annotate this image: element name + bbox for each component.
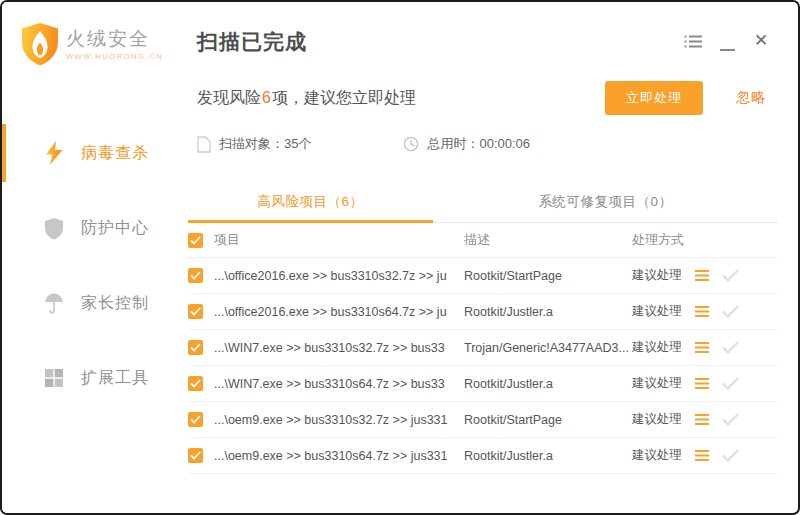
minimize-icon bbox=[720, 49, 735, 51]
document-icon bbox=[197, 136, 211, 153]
action-label: 建议处理 bbox=[632, 339, 682, 356]
table-row: ...\office2016.exe >> bus3310s64.7z >> j… bbox=[188, 294, 778, 330]
confirm-check-icon[interactable] bbox=[722, 269, 739, 282]
action-menu-icon[interactable] bbox=[695, 306, 709, 317]
umbrella-icon bbox=[42, 292, 66, 315]
scan-stats: 扫描对象：35个 总用时：00:00:06 bbox=[197, 135, 778, 153]
shield-icon bbox=[42, 217, 66, 240]
confirm-check-icon[interactable] bbox=[722, 341, 739, 354]
threat-path: ...\WIN7.exe >> bus3310s32.7z >> bus33 bbox=[214, 341, 464, 355]
threat-action-cell: 建议处理 bbox=[632, 339, 778, 356]
sidebar-item-virus-scan[interactable]: 病毒查杀 bbox=[2, 123, 172, 183]
action-label: 建议处理 bbox=[632, 447, 682, 464]
lightning-icon bbox=[42, 141, 66, 165]
row-checkbox[interactable] bbox=[188, 376, 203, 391]
risk-summary: 发现风险6项，建议您立即处理 bbox=[197, 88, 416, 109]
sidebar-item-label: 扩展工具 bbox=[81, 368, 149, 389]
main-menu-button[interactable] bbox=[684, 32, 702, 50]
confirm-check-icon[interactable] bbox=[722, 305, 739, 318]
active-indicator bbox=[2, 124, 6, 182]
action-label: 建议处理 bbox=[632, 375, 682, 392]
action-menu-icon[interactable] bbox=[695, 450, 709, 461]
action-label: 建议处理 bbox=[632, 411, 682, 428]
sidebar-item-parental-control[interactable]: 家长控制 bbox=[2, 273, 172, 333]
tab-system-repairable-items[interactable]: 系统可修复项目（0） bbox=[433, 181, 778, 222]
threat-action-cell: 建议处理 bbox=[632, 375, 778, 392]
summary-row: 发现风险6项，建议您立即处理 立即处理 忽略 bbox=[197, 81, 778, 115]
threat-path: ...\oem9.exe >> bus3310s32.7z >> jus331 bbox=[214, 413, 464, 427]
sidebar-item-protection-center[interactable]: 防护中心 bbox=[2, 198, 172, 258]
action-menu-icon[interactable] bbox=[695, 270, 709, 281]
action-label: 建议处理 bbox=[632, 303, 682, 320]
tab-high-risk-items[interactable]: 高风险项目（6） bbox=[188, 181, 433, 222]
app-window: ✕ 火绒安全 WWW.HUORONG.CN bbox=[0, 0, 800, 515]
sidebar-nav: 病毒查杀 防护中心 家长控制 bbox=[2, 123, 172, 408]
sidebar-item-label: 病毒查杀 bbox=[81, 143, 149, 164]
risk-summary-suffix: 项，建议您立即处理 bbox=[272, 89, 416, 106]
scan-duration-label: 总用时：00:00:06 bbox=[427, 135, 530, 153]
row-checkbox[interactable] bbox=[188, 340, 203, 355]
close-icon: ✕ bbox=[754, 32, 768, 50]
threat-path: ...\oem9.exe >> bus3310s64.7z >> jus331 bbox=[214, 449, 464, 463]
app-logo: 火绒安全 WWW.HUORONG.CN bbox=[2, 2, 172, 67]
table-row: ...\oem9.exe >> bus3310s32.7z >> jus331 … bbox=[188, 402, 778, 438]
logo-text: 火绒安全 WWW.HUORONG.CN bbox=[66, 28, 163, 61]
threat-path: ...\office2016.exe >> bus3310s64.7z >> j… bbox=[214, 305, 464, 319]
huorong-shield-flame-icon bbox=[20, 22, 60, 67]
column-header-description: 描述 bbox=[464, 231, 632, 249]
risk-summary-prefix: 发现风险 bbox=[197, 89, 261, 106]
grid-icon bbox=[42, 368, 66, 388]
action-menu-icon[interactable] bbox=[695, 378, 709, 389]
row-checkbox[interactable] bbox=[188, 304, 203, 319]
scan-objects-stat: 扫描对象：35个 bbox=[197, 135, 311, 153]
result-tabs: 高风险项目（6） 系统可修复项目（0） bbox=[188, 181, 778, 223]
risk-count: 6 bbox=[261, 89, 272, 106]
row-checkbox[interactable] bbox=[188, 448, 203, 463]
threat-description: Trojan/Generic!A3477AAD3... bbox=[464, 341, 632, 355]
threat-description: Rootkit/Justler.a bbox=[464, 305, 632, 319]
table-row: ...\oem9.exe >> bus3310s64.7z >> jus331 … bbox=[188, 438, 778, 474]
ignore-link[interactable]: 忽略 bbox=[736, 89, 766, 107]
threat-description: Rootkit/Justler.a bbox=[464, 377, 632, 391]
confirm-check-icon[interactable] bbox=[722, 449, 739, 462]
table-row: ...\WIN7.exe >> bus3310s64.7z >> bus33 R… bbox=[188, 366, 778, 402]
logo-url: WWW.HUORONG.CN bbox=[66, 52, 163, 61]
confirm-check-icon[interactable] bbox=[722, 377, 739, 390]
row-checkbox[interactable] bbox=[188, 268, 203, 283]
column-header-item: 项目 bbox=[214, 231, 464, 249]
confirm-check-icon[interactable] bbox=[722, 413, 739, 426]
action-menu-icon[interactable] bbox=[695, 414, 709, 425]
threat-description: Rootkit/StartPage bbox=[464, 413, 632, 427]
window-controls: ✕ bbox=[684, 32, 770, 59]
minimize-button[interactable] bbox=[718, 41, 736, 59]
close-button[interactable]: ✕ bbox=[752, 32, 770, 50]
summary-actions: 立即处理 忽略 bbox=[605, 81, 778, 115]
menu-list-icon bbox=[684, 34, 702, 49]
threat-action-cell: 建议处理 bbox=[632, 411, 778, 428]
threat-description: Rootkit/StartPage bbox=[464, 269, 632, 283]
sidebar-item-label: 家长控制 bbox=[81, 293, 149, 314]
select-all-checkbox[interactable] bbox=[188, 233, 203, 248]
threat-description: Rootkit/Justler.a bbox=[464, 449, 632, 463]
clock-icon bbox=[403, 136, 419, 152]
scan-objects-label: 扫描对象：35个 bbox=[219, 135, 311, 153]
main-content: 扫描已完成 发现风险6项，建议您立即处理 立即处理 忽略 扫描对象：35个 bbox=[172, 2, 798, 513]
threat-path: ...\office2016.exe >> bus3310s32.7z >> j… bbox=[214, 269, 464, 283]
column-header-action: 处理方式 bbox=[632, 231, 778, 249]
scan-duration-stat: 总用时：00:00:06 bbox=[403, 135, 530, 153]
logo-title: 火绒安全 bbox=[66, 28, 163, 50]
table-row: ...\WIN7.exe >> bus3310s32.7z >> bus33 T… bbox=[188, 330, 778, 366]
action-label: 建议处理 bbox=[632, 267, 682, 284]
table-header: 项目 描述 处理方式 bbox=[188, 223, 778, 258]
threat-path: ...\WIN7.exe >> bus3310s64.7z >> bus33 bbox=[214, 377, 464, 391]
process-now-button[interactable]: 立即处理 bbox=[605, 81, 703, 115]
sidebar: 火绒安全 WWW.HUORONG.CN 病毒查杀 bbox=[2, 2, 172, 513]
threat-action-cell: 建议处理 bbox=[632, 303, 778, 320]
action-menu-icon[interactable] bbox=[695, 342, 709, 353]
threat-action-cell: 建议处理 bbox=[632, 267, 778, 284]
sidebar-item-extension-tools[interactable]: 扩展工具 bbox=[2, 348, 172, 408]
row-checkbox[interactable] bbox=[188, 412, 203, 427]
table-row: ...\office2016.exe >> bus3310s32.7z >> j… bbox=[188, 258, 778, 294]
threat-action-cell: 建议处理 bbox=[632, 447, 778, 464]
sidebar-item-label: 防护中心 bbox=[81, 218, 149, 239]
